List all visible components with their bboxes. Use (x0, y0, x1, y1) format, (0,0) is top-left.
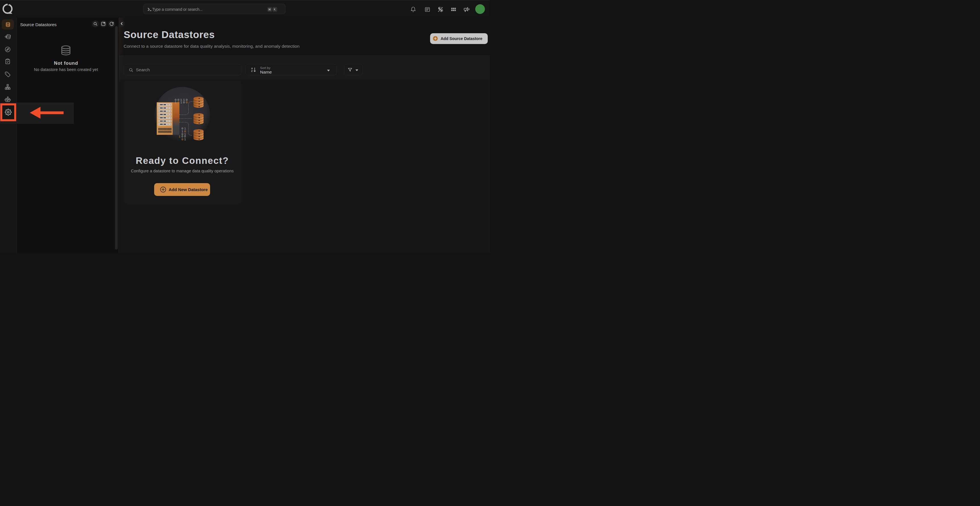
svg-text:01: 01 (181, 138, 187, 141)
svg-text:Z: Z (251, 70, 253, 72)
svg-text:10100: 10100 (175, 100, 188, 104)
svg-text:A: A (251, 67, 253, 70)
